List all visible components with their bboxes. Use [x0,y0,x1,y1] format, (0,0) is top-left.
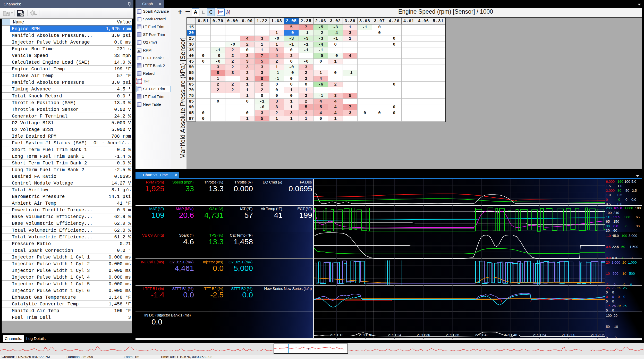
svg-text:IH: IH [308,348,310,350]
